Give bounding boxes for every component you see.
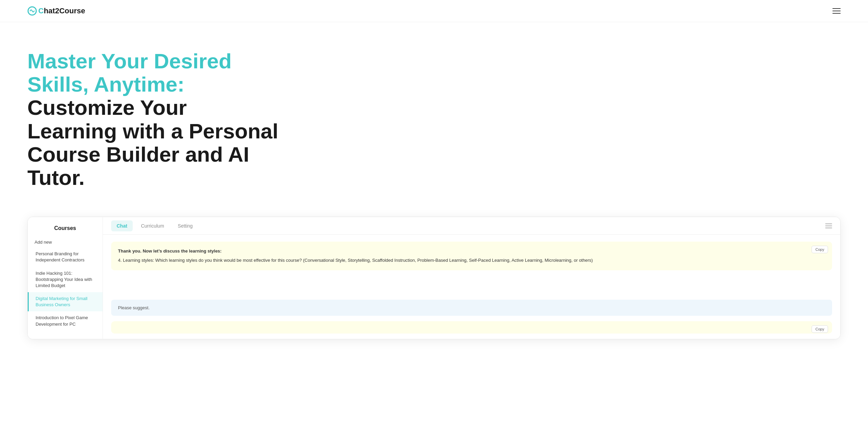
ai-message-1: Copy Thank you. Now let’s discuss the le…	[111, 242, 832, 270]
copy-button-2[interactable]: Copy	[812, 325, 828, 333]
ai-message-2: Copy	[111, 321, 832, 334]
navbar: Chat2Course	[0, 0, 868, 22]
app-preview: Courses Add new Personal Branding for In…	[27, 217, 841, 339]
sidebar-title: Courses	[28, 225, 103, 231]
course-item-1[interactable]: Indie Hacking 101: Bootstrapping Your Id…	[28, 267, 103, 293]
logo-text: Chat2Course	[38, 6, 85, 15]
tab-curriculum[interactable]: Curriculum	[135, 220, 170, 231]
tabs-header: Chat Curriculum Setting	[103, 217, 840, 235]
main-content: Chat Curriculum Setting Copy Thank you. …	[103, 217, 840, 339]
logo[interactable]: Chat2Course	[27, 6, 85, 16]
tabs-nav: Chat Curriculum Setting	[111, 220, 198, 231]
sidebar: Courses Add new Personal Branding for In…	[28, 217, 103, 339]
copy-button-1[interactable]: Copy	[812, 246, 828, 253]
chat-input[interactable]: Please suggest.	[111, 300, 832, 316]
hero-section: Master Your Desired Skills, Anytime: Cus…	[0, 22, 308, 210]
hero-title: Master Your Desired Skills, Anytime: Cus…	[27, 50, 280, 189]
course-item-0[interactable]: Personal Branding for Independent Contra…	[28, 247, 103, 267]
add-new-button[interactable]: Add new	[28, 237, 103, 247]
hamburger-menu-icon[interactable]	[832, 8, 841, 14]
course-item-3[interactable]: Introduction to Pixel Game Development f…	[28, 311, 103, 330]
app-menu-icon[interactable]	[825, 223, 832, 228]
course-item-2[interactable]: Digital Marketing for Small Business Own…	[28, 292, 103, 311]
tab-chat[interactable]: Chat	[111, 220, 133, 231]
tab-setting[interactable]: Setting	[172, 220, 198, 231]
logo-icon	[27, 6, 37, 16]
chat-area: Copy Thank you. Now let’s discuss the le…	[103, 235, 840, 300]
